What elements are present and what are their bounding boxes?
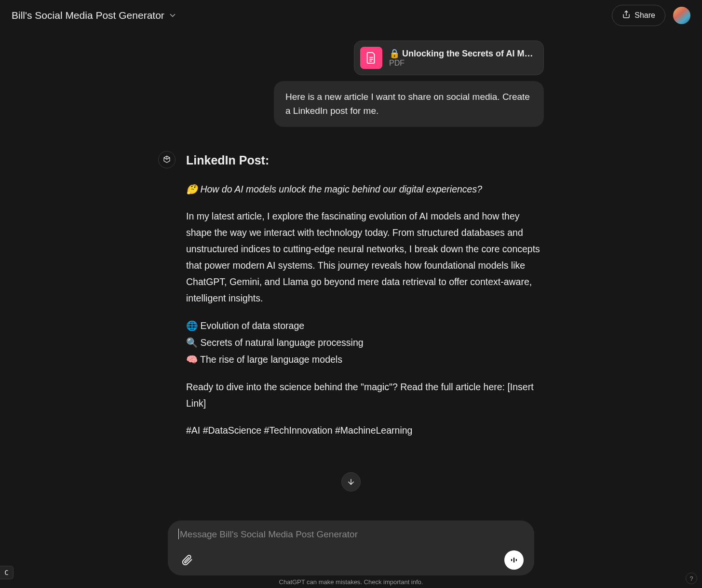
assistant-avatar: [158, 151, 176, 168]
document-icon: [360, 47, 382, 69]
post-hashtags: #AI #DataScience #TechInnovation #Machin…: [186, 422, 544, 438]
svg-rect-7: [516, 559, 517, 561]
attachment-subtitle: PDF: [389, 59, 534, 68]
attachment-title: 🔒 Unlocking the Secrets of AI Mod…: [389, 48, 534, 59]
user-turn: 🔒 Unlocking the Secrets of AI Mod… PDF H…: [158, 41, 544, 127]
post-bullets: 🌐 Evolution of data storage 🔍 Secrets of…: [186, 317, 544, 368]
corner-badge: C: [0, 566, 14, 579]
voice-input-button[interactable]: [504, 550, 524, 570]
user-message: Here is a new article I want to share on…: [274, 81, 544, 127]
svg-rect-5: [511, 559, 512, 561]
post-hook: 🤔 How do AI models unlock the magic behi…: [186, 181, 544, 197]
message-input[interactable]: Message Bill's Social Media Post Generat…: [178, 529, 358, 539]
bullet-item: 🧠 The rise of large language models: [186, 351, 544, 368]
disclaimer: ChatGPT can make mistakes. Check importa…: [0, 578, 702, 586]
bullet-item: 🌐 Evolution of data storage: [186, 317, 544, 334]
scroll-to-bottom-button[interactable]: [341, 472, 361, 492]
chevron-down-icon: [168, 11, 177, 20]
user-avatar[interactable]: [673, 7, 690, 24]
composer: Message Bill's Social Media Post Generat…: [168, 520, 534, 575]
attachment-text: 🔒 Unlocking the Secrets of AI Mod… PDF: [389, 48, 534, 68]
assistant-content: LinkedIn Post: 🤔 How do AI models unlock…: [186, 150, 544, 449]
svg-rect-6: [513, 558, 514, 563]
app-title: Bill's Social Media Post Generator: [12, 10, 164, 21]
message-input-box[interactable]: Message Bill's Social Media Post Generat…: [168, 520, 534, 575]
bullet-item: 🔍 Secrets of natural language processing: [186, 334, 544, 351]
header: Bill's Social Media Post Generator Share: [0, 0, 702, 31]
chat-thread: 🔒 Unlocking the Secrets of AI Mod… PDF H…: [158, 31, 544, 511]
attach-file-button[interactable]: [178, 551, 196, 569]
assistant-turn: LinkedIn Post: 🤔 How do AI models unlock…: [158, 150, 544, 449]
share-button[interactable]: Share: [612, 5, 665, 26]
post-heading: LinkedIn Post:: [186, 150, 544, 171]
share-label: Share: [634, 11, 655, 20]
file-attachment[interactable]: 🔒 Unlocking the Secrets of AI Mod… PDF: [354, 41, 544, 75]
placeholder-text: Message Bill's Social Media Post Generat…: [180, 529, 358, 539]
share-icon: [622, 10, 631, 21]
help-button[interactable]: ?: [686, 573, 697, 584]
post-body: In my latest article, I explore the fasc…: [186, 208, 544, 307]
post-cta: Ready to dive into the science behind th…: [186, 379, 544, 411]
app-title-dropdown[interactable]: Bill's Social Media Post Generator: [12, 10, 177, 21]
header-actions: Share: [612, 5, 690, 26]
